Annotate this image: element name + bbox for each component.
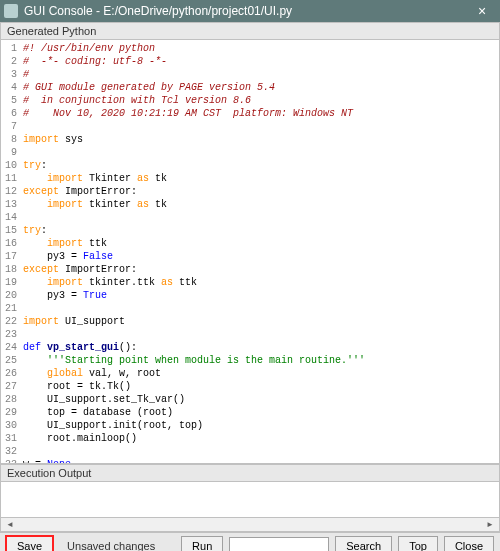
close-icon[interactable]: × xyxy=(468,0,496,22)
code-text[interactable]: '''Starting point when module is the mai… xyxy=(23,354,499,367)
code-line[interactable]: 6# Nov 10, 2020 10:21:19 AM CST platform… xyxy=(1,107,499,120)
line-number: 14 xyxy=(1,211,23,224)
code-text[interactable]: # xyxy=(23,68,499,81)
code-line[interactable]: 30 UI_support.init(root, top) xyxy=(1,419,499,432)
line-number: 24 xyxy=(1,341,23,354)
code-line[interactable]: 33w = None xyxy=(1,458,499,464)
code-line[interactable]: 26 global val, w, root xyxy=(1,367,499,380)
code-line[interactable]: 16 import ttk xyxy=(1,237,499,250)
code-text[interactable]: # Nov 10, 2020 10:21:19 AM CST platform:… xyxy=(23,107,499,120)
code-line[interactable]: 1#! /usr/bin/env python xyxy=(1,42,499,55)
code-line[interactable]: 18except ImportError: xyxy=(1,263,499,276)
window-title: GUI Console - E:/OneDrive/python/project… xyxy=(24,4,468,18)
search-input[interactable] xyxy=(229,537,329,552)
line-number: 10 xyxy=(1,159,23,172)
code-text[interactable]: # in conjunction with Tcl version 8.6 xyxy=(23,94,499,107)
code-text[interactable]: except ImportError: xyxy=(23,263,499,276)
line-number: 19 xyxy=(1,276,23,289)
code-text[interactable]: # -*- coding: utf-8 -*- xyxy=(23,55,499,68)
code-line[interactable]: 4# GUI module generated by PAGE version … xyxy=(1,81,499,94)
status-text: Unsaved changes xyxy=(67,540,155,552)
code-text[interactable]: import Tkinter as tk xyxy=(23,172,499,185)
code-text[interactable]: root = tk.Tk() xyxy=(23,380,499,393)
code-line[interactable]: 9 xyxy=(1,146,499,159)
code-line[interactable]: 3# xyxy=(1,68,499,81)
code-text[interactable]: py3 = False xyxy=(23,250,499,263)
bottom-toolbar: Save Unsaved changes Run Search Top Clos… xyxy=(0,532,500,551)
code-text[interactable]: top = database (root) xyxy=(23,406,499,419)
code-text[interactable] xyxy=(23,120,499,133)
line-number: 12 xyxy=(1,185,23,198)
code-text[interactable]: #! /usr/bin/env python xyxy=(23,42,499,55)
code-line[interactable]: 32 xyxy=(1,445,499,458)
line-number: 21 xyxy=(1,302,23,315)
line-number: 20 xyxy=(1,289,23,302)
code-text[interactable] xyxy=(23,302,499,315)
code-line[interactable]: 25 '''Starting point when module is the … xyxy=(1,354,499,367)
code-text[interactable]: import sys xyxy=(23,133,499,146)
line-number: 31 xyxy=(1,432,23,445)
code-line[interactable]: 5# in conjunction with Tcl version 8.6 xyxy=(1,94,499,107)
line-number: 26 xyxy=(1,367,23,380)
code-line[interactable]: 24def vp_start_gui(): xyxy=(1,341,499,354)
code-line[interactable]: 21 xyxy=(1,302,499,315)
code-text[interactable]: py3 = True xyxy=(23,289,499,302)
generated-python-label: Generated Python xyxy=(0,22,500,40)
top-button[interactable]: Top xyxy=(398,536,438,552)
code-line[interactable]: 12except ImportError: xyxy=(1,185,499,198)
code-line[interactable]: 2# -*- coding: utf-8 -*- xyxy=(1,55,499,68)
code-text[interactable]: import ttk xyxy=(23,237,499,250)
code-editor[interactable]: 1#! /usr/bin/env python2# -*- coding: ut… xyxy=(0,40,500,464)
code-text[interactable]: try: xyxy=(23,224,499,237)
line-number: 4 xyxy=(1,81,23,94)
code-line[interactable]: 13 import tkinter as tk xyxy=(1,198,499,211)
code-text[interactable] xyxy=(23,146,499,159)
code-line[interactable]: 17 py3 = False xyxy=(1,250,499,263)
code-text[interactable]: global val, w, root xyxy=(23,367,499,380)
code-text[interactable]: import tkinter.ttk as ttk xyxy=(23,276,499,289)
search-button[interactable]: Search xyxy=(335,536,392,552)
code-text[interactable]: try: xyxy=(23,159,499,172)
code-text[interactable]: UI_support.init(root, top) xyxy=(23,419,499,432)
code-line[interactable]: 27 root = tk.Tk() xyxy=(1,380,499,393)
code-line[interactable]: 20 py3 = True xyxy=(1,289,499,302)
save-button[interactable]: Save xyxy=(6,536,53,552)
code-line[interactable]: 22import UI_support xyxy=(1,315,499,328)
code-line[interactable]: 19 import tkinter.ttk as ttk xyxy=(1,276,499,289)
code-text[interactable]: except ImportError: xyxy=(23,185,499,198)
execution-output-label: Execution Output xyxy=(0,464,500,482)
code-text[interactable] xyxy=(23,445,499,458)
line-number: 17 xyxy=(1,250,23,263)
horizontal-scrollbar[interactable]: ◄ ► xyxy=(0,518,500,532)
code-line[interactable]: 7 xyxy=(1,120,499,133)
code-line[interactable]: 10try: xyxy=(1,159,499,172)
run-button[interactable]: Run xyxy=(181,536,223,552)
code-line[interactable]: 31 root.mainloop() xyxy=(1,432,499,445)
code-text[interactable]: def vp_start_gui(): xyxy=(23,341,499,354)
code-text[interactable]: w = None xyxy=(23,458,499,464)
code-text[interactable]: UI_support.set_Tk_var() xyxy=(23,393,499,406)
code-line[interactable]: 11 import Tkinter as tk xyxy=(1,172,499,185)
line-number: 7 xyxy=(1,120,23,133)
scroll-right-icon[interactable]: ► xyxy=(483,519,497,531)
code-text[interactable]: root.mainloop() xyxy=(23,432,499,445)
code-line[interactable]: 8import sys xyxy=(1,133,499,146)
app-icon xyxy=(4,4,18,18)
line-number: 6 xyxy=(1,107,23,120)
code-line[interactable]: 29 top = database (root) xyxy=(1,406,499,419)
line-number: 5 xyxy=(1,94,23,107)
code-text[interactable] xyxy=(23,211,499,224)
code-line[interactable]: 28 UI_support.set_Tk_var() xyxy=(1,393,499,406)
code-line[interactable]: 15try: xyxy=(1,224,499,237)
line-number: 30 xyxy=(1,419,23,432)
scroll-track[interactable] xyxy=(17,520,483,530)
code-text[interactable] xyxy=(23,328,499,341)
code-text[interactable]: import UI_support xyxy=(23,315,499,328)
code-text[interactable]: import tkinter as tk xyxy=(23,198,499,211)
code-line[interactable]: 14 xyxy=(1,211,499,224)
code-text[interactable]: # GUI module generated by PAGE version 5… xyxy=(23,81,499,94)
scroll-left-icon[interactable]: ◄ xyxy=(3,519,17,531)
execution-output[interactable] xyxy=(0,482,500,518)
code-line[interactable]: 23 xyxy=(1,328,499,341)
close-button[interactable]: Close xyxy=(444,536,494,552)
